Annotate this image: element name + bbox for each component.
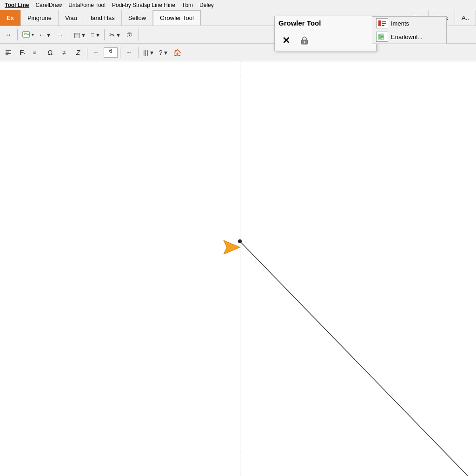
tab-pingrune[interactable]: Pingrune <box>21 10 59 26</box>
tb2-bars-btn[interactable]: ||| ▾ <box>141 46 156 59</box>
growler-dropdown: Growler Tool ✕ Iments <box>274 16 377 51</box>
toolbar-row-2: F. ≡ Ω ≠ Z ← 6 -- ||| ▾ ? ▾ 🏠 <box>0 44 476 61</box>
menu-careldraw[interactable]: CarelDraw <box>33 1 65 9</box>
sep7 <box>138 47 139 58</box>
tab-a[interactable]: A.. <box>455 10 476 26</box>
tb-right-arrow-btn[interactable]: → <box>53 28 66 41</box>
tb-list-btn[interactable]: ≡ ▾ <box>88 28 102 41</box>
iments-icon <box>376 18 388 28</box>
svg-rect-2 <box>378 20 381 26</box>
tb-left-arrow-btn[interactable]: ← ▾ <box>36 28 53 41</box>
sep6 <box>120 47 120 58</box>
svg-rect-5 <box>382 25 384 26</box>
tb-bidirectional-arrow[interactable]: ↔ <box>2 28 15 41</box>
svg-text:≡: ≡ <box>33 50 36 55</box>
guide-vertical <box>240 61 240 476</box>
growler-lock-btn[interactable] <box>297 33 312 48</box>
tb2-f-btn[interactable]: F. <box>16 46 29 59</box>
enarlownl-icon <box>376 32 388 42</box>
tb2-baseline-btn[interactable]: ≡ <box>30 46 43 59</box>
sep5 <box>87 47 87 58</box>
menu-tool-line[interactable]: Tool Line <box>2 1 32 9</box>
tb2-dash-btn[interactable]: -- <box>123 46 136 59</box>
svg-rect-9 <box>23 32 29 37</box>
svg-rect-3 <box>382 21 386 22</box>
tab-viau[interactable]: Viau <box>59 10 84 26</box>
canvas-area[interactable] <box>0 61 476 476</box>
enarlownl-label: Enarlownl... <box>391 33 423 40</box>
menu-untaf[interactable]: Untaf/oine Tool <box>66 1 108 9</box>
tb2-question-btn[interactable]: ? ▾ <box>157 46 170 59</box>
growler-icons-row: ✕ <box>278 33 372 48</box>
tab-fand-has[interactable]: fand Has <box>84 10 122 26</box>
svg-rect-4 <box>382 23 386 24</box>
tb2-home-btn[interactable]: 🏠 <box>171 46 184 59</box>
tb2-omega-btn[interactable]: Ω <box>44 46 57 59</box>
tb2-align-left[interactable] <box>2 46 15 59</box>
tab-ex[interactable]: Ex <box>0 10 21 26</box>
sep3 <box>104 29 105 40</box>
svg-marker-17 <box>224 240 240 254</box>
tb2-left-btn[interactable]: ← <box>90 46 103 59</box>
tb2-z-btn[interactable]: Z <box>72 46 85 59</box>
svg-point-8 <box>381 35 384 38</box>
tb-object-btn[interactable]: ▾ <box>20 28 35 41</box>
menu-tbm[interactable]: Tbm <box>179 1 196 9</box>
panel-iments[interactable]: Iments <box>372 17 446 30</box>
tb2-number-input[interactable]: 6 <box>104 47 118 58</box>
svg-point-10 <box>24 33 25 34</box>
iments-label: Iments <box>391 20 409 27</box>
tab-sellow[interactable]: Sellow <box>122 10 153 26</box>
panel-enarlownl[interactable]: Enarlownl... <box>372 30 446 44</box>
svg-point-1 <box>304 41 305 43</box>
tb-circle-7-btn[interactable]: ⑦ <box>123 28 136 41</box>
sep2 <box>69 29 69 40</box>
sep4 <box>139 29 139 40</box>
menu-bar: Tool Line CarelDraw Untaf/oine Tool Podi… <box>0 0 476 10</box>
svg-rect-6 <box>378 34 381 40</box>
menu-deley[interactable]: Deley <box>197 1 217 9</box>
canvas-svg <box>0 61 476 476</box>
menu-podi[interactable]: Podi-by Stratsp Line Hine <box>109 1 178 9</box>
tb-scissors-btn[interactable]: ✂ ▾ <box>107 28 122 41</box>
sep1 <box>17 29 18 40</box>
tab-growler-tool[interactable]: Growler Tool <box>153 10 201 26</box>
growler-dropdown-title: Growler Tool <box>278 19 372 29</box>
tb-align-btn[interactable]: ▤ ▾ <box>72 28 87 41</box>
svg-line-16 <box>240 241 476 476</box>
tb2-neq-btn[interactable]: ≠ <box>58 46 71 59</box>
growler-close-btn[interactable]: ✕ <box>278 33 293 48</box>
